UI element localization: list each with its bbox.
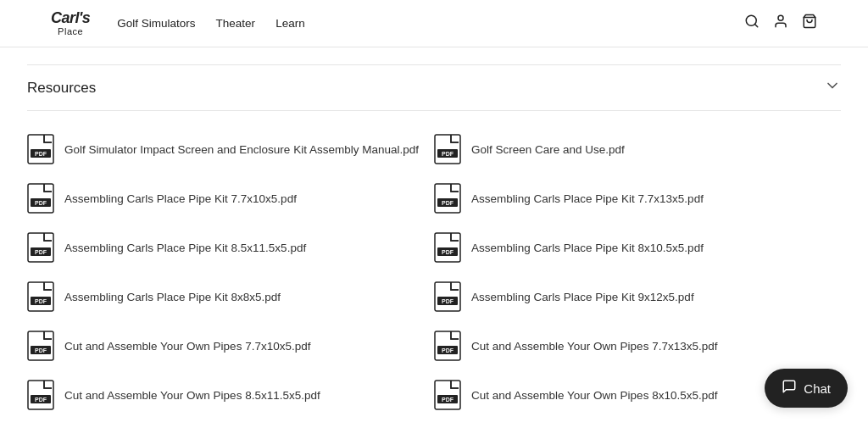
logo-carls: Carl's xyxy=(51,9,90,26)
pdf-icon: PDF xyxy=(27,380,54,410)
resource-name: Assembling Carls Place Pipe Kit 8x10.5x5… xyxy=(471,242,704,254)
resource-item[interactable]: PDF Cut and Assemble Your Own Pipes 7.7x… xyxy=(434,321,841,370)
svg-text:PDF: PDF xyxy=(35,151,47,157)
logo-place: Place xyxy=(51,26,90,36)
cart-icon[interactable] xyxy=(802,14,817,33)
resource-item[interactable]: PDF Assembling Carls Place Pipe Kit 7.7x… xyxy=(27,174,434,223)
resource-name: Golf Screen Care and Use.pdf xyxy=(471,143,625,156)
resource-name: Golf Simulator Impact Screen and Enclosu… xyxy=(64,143,419,156)
resource-name: Cut and Assemble Your Own Pipes 8x10.5x5… xyxy=(471,389,717,402)
header-icons xyxy=(744,14,817,33)
resource-name: Cut and Assemble Your Own Pipes 7.7x10x5… xyxy=(64,340,310,353)
pdf-icon: PDF xyxy=(27,331,54,361)
nav-link-learn[interactable]: Learn xyxy=(275,17,305,30)
pdf-icon: PDF xyxy=(434,232,461,263)
svg-text:PDF: PDF xyxy=(35,249,47,255)
resource-item[interactable]: PDF Assembling Carls Place Pipe Kit 9x12… xyxy=(434,272,841,321)
resource-item[interactable]: PDF Assembling Carls Place Pipe Kit 8x8x… xyxy=(27,272,434,321)
chat-label: Chat xyxy=(804,381,831,396)
resource-grid: PDF Golf Simulator Impact Screen and Enc… xyxy=(27,125,841,428)
site-header: Carl's Place Golf Simulators Theater Lea… xyxy=(0,0,868,47)
pdf-icon: PDF xyxy=(27,281,54,312)
nav-item-learn[interactable]: Learn xyxy=(275,16,305,30)
resource-item[interactable]: PDF Cut and Assemble Your Own Pipes 8.5x… xyxy=(27,370,434,420)
nav-link-theater[interactable]: Theater xyxy=(216,17,256,30)
resource-item[interactable]: PDF Cut and Assemble Your Own Pipes 8x8x… xyxy=(27,420,434,428)
resources-section-header[interactable]: Resources xyxy=(27,64,841,111)
pdf-icon: PDF xyxy=(434,281,461,312)
svg-text:PDF: PDF xyxy=(35,397,47,403)
svg-line-1 xyxy=(754,24,757,26)
resource-name: Cut and Assemble Your Own Pipes 7.7x13x5… xyxy=(471,340,717,353)
resource-name: Cut and Assemble Your Own Pipes 8.5x11.5… xyxy=(64,389,320,402)
pdf-icon: PDF xyxy=(27,232,54,263)
resource-item[interactable]: PDF Cut and Assemble Your Own Pipes 9x12… xyxy=(434,420,841,428)
svg-text:PDF: PDF xyxy=(442,249,454,255)
resource-item[interactable]: PDF Assembling Carls Place Pipe Kit 7.7x… xyxy=(434,174,841,223)
search-icon[interactable] xyxy=(744,14,760,33)
svg-text:PDF: PDF xyxy=(35,200,47,206)
pdf-icon: PDF xyxy=(27,134,54,164)
svg-text:PDF: PDF xyxy=(35,347,47,353)
svg-text:PDF: PDF xyxy=(35,298,47,304)
resource-item[interactable]: PDF Cut and Assemble Your Own Pipes 7.7x… xyxy=(27,321,434,370)
resource-name: Assembling Carls Place Pipe Kit 8x8x5.pd… xyxy=(64,291,281,303)
account-icon[interactable] xyxy=(773,14,788,33)
svg-point-2 xyxy=(778,15,783,20)
nav-list: Golf Simulators Theater Learn xyxy=(117,16,304,30)
chevron-down-icon xyxy=(824,77,841,98)
nav-item-golf-simulators[interactable]: Golf Simulators xyxy=(117,16,195,30)
resource-name: Assembling Carls Place Pipe Kit 7.7x10x5… xyxy=(64,192,297,205)
resource-name: Assembling Carls Place Pipe Kit 7.7x13x5… xyxy=(471,192,704,205)
pdf-icon: PDF xyxy=(434,134,461,164)
nav-item-theater[interactable]: Theater xyxy=(216,16,256,30)
pdf-icon: PDF xyxy=(434,380,461,410)
resource-item[interactable]: PDF Assembling Carls Place Pipe Kit 8.5x… xyxy=(27,223,434,272)
main-nav: Golf Simulators Theater Learn xyxy=(117,16,304,30)
svg-text:PDF: PDF xyxy=(442,298,454,304)
svg-text:PDF: PDF xyxy=(442,151,454,157)
resource-name: Assembling Carls Place Pipe Kit 8.5x11.5… xyxy=(64,242,306,254)
chat-button[interactable]: Chat xyxy=(765,369,848,408)
logo[interactable]: Carl's Place xyxy=(51,10,90,37)
svg-text:PDF: PDF xyxy=(442,397,454,403)
pdf-icon: PDF xyxy=(27,183,54,214)
svg-text:PDF: PDF xyxy=(442,200,454,206)
chat-bubble-icon xyxy=(782,379,797,397)
resource-name: Assembling Carls Place Pipe Kit 9x12x5.p… xyxy=(471,291,694,303)
svg-text:PDF: PDF xyxy=(442,347,454,353)
pdf-icon: PDF xyxy=(434,331,461,361)
header-left: Carl's Place Golf Simulators Theater Lea… xyxy=(51,10,305,37)
nav-link-golf-simulators[interactable]: Golf Simulators xyxy=(117,17,195,30)
resource-item[interactable]: PDF Golf Screen Care and Use.pdf xyxy=(434,125,841,174)
resources-title: Resources xyxy=(27,80,96,97)
resource-item[interactable]: PDF Golf Simulator Impact Screen and Enc… xyxy=(27,125,434,174)
resource-item[interactable]: PDF Assembling Carls Place Pipe Kit 8x10… xyxy=(434,223,841,272)
main-content: Resources PDF Golf Simulator Impact Scre… xyxy=(27,47,841,428)
pdf-icon: PDF xyxy=(434,183,461,214)
